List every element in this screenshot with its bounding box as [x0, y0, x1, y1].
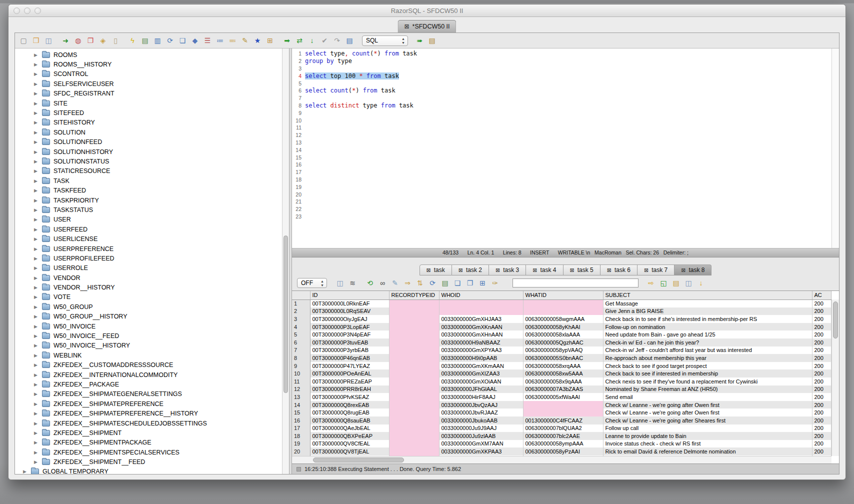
table-cell[interactable]: 00T3000000P3tuvEAB	[310, 338, 389, 346]
table-cell[interactable]: 006300000058x9qAAA	[523, 378, 603, 386]
table-cell[interactable]	[439, 300, 523, 308]
editor-line[interactable]: 15	[292, 154, 832, 161]
table-cell[interactable]	[389, 308, 439, 316]
table-row[interactable]: 900T3000000P47LYEAZ0033000000GmXKmAAN006…	[292, 362, 832, 370]
edit-options-icon[interactable]: ▤	[140, 36, 150, 45]
table-cell[interactable]: 00T3000000P3LopEAF	[310, 323, 389, 331]
table-row[interactable]: 1800T3000000QBXPeEAP0033000000Ju9zlAAB00…	[292, 432, 832, 440]
query-results-icon[interactable]: ▤	[428, 36, 436, 45]
table-cell[interactable]: Rick to email David & reference Delmonte…	[603, 448, 812, 456]
table-cell[interactable]: 0033000000GmXKnAAN	[439, 323, 523, 331]
execute-sql-icon[interactable]: ϟ	[128, 36, 137, 45]
document-tab[interactable]: ⊠ *SFDCW50 II	[398, 20, 456, 32]
table-row[interactable]: 200T3000000L0RqSEAVGive Jenn a BIG RAISE…	[292, 308, 832, 316]
save-table-icon[interactable]: ◫	[684, 278, 693, 288]
table-cell[interactable]: 006300000058xrqAAA	[523, 362, 603, 370]
undo-icon[interactable]: ↷	[332, 36, 342, 45]
table-cell[interactable]: 0033000000JFhGlAAL	[439, 386, 523, 394]
go-icon[interactable]: ➡	[282, 36, 292, 45]
wrap-lines-icon[interactable]: ≔	[216, 36, 224, 45]
table-cell[interactable]: 200	[812, 323, 832, 331]
table-cell[interactable]: 006300000058yKhAAI	[523, 323, 603, 331]
table-cell[interactable]: Check w/ Leanne - we're going after Owen…	[603, 401, 812, 409]
table-cell[interactable]: 200	[812, 338, 832, 346]
disclosure-triangle-icon[interactable]: ▶	[34, 178, 38, 184]
disclosure-triangle-icon[interactable]: ▶	[34, 52, 38, 58]
editor-line[interactable]: 1select type, count(*) from task	[292, 50, 832, 58]
history-icon[interactable]: ▤	[345, 36, 354, 45]
table-cell[interactable]: 00T3000000P47LYEAZ	[310, 362, 389, 370]
table-cell[interactable]	[389, 315, 439, 323]
table-cell[interactable]: 0033000000GmXHnAAN	[439, 330, 523, 338]
table-cell[interactable]: 00T3000000OiyJgEAJ	[310, 315, 389, 323]
database-browser[interactable]: ▶ROOMS▶ROOMS__HISTORY▶SCONTROL▶SELFSERVI…	[15, 48, 289, 474]
tree-item-zkfedex-shipmatepreference-history[interactable]: ▶ZKFEDEX__SHIPMATEPREFERENCE__HISTORY	[15, 408, 289, 418]
export-results-icon[interactable]: ◱	[659, 278, 668, 288]
column-header-whoid[interactable]: WHOID	[439, 291, 523, 300]
disclosure-triangle-icon[interactable]: ▶	[34, 411, 38, 416]
table-cell[interactable]: 00T3000000PfvKSEAZ	[310, 393, 389, 401]
tree-item-selfserviceuser[interactable]: ▶SELFSERVICEUSER	[15, 79, 289, 88]
tree-item-vendor[interactable]: ▶VENDOR	[15, 273, 289, 282]
filter-sort-icon[interactable]: ≋	[348, 278, 357, 288]
add-row-icon[interactable]: ⇒	[403, 278, 412, 288]
editor-line[interactable]: 17	[292, 168, 832, 176]
table-cell[interactable]: 006300000058yPzAAI	[523, 448, 603, 456]
disclosure-triangle-icon[interactable]: ▶	[34, 91, 38, 96]
tree-item-zkfedex-shipmatescheduledjobssettings[interactable]: ▶ZKFEDEX__SHIPMATESCHEDULEDJOBSSETTINGS	[15, 418, 289, 428]
table-row[interactable]: 1600T3000000Q8sauEAB0033000000JbukoAAB00…	[292, 416, 832, 424]
tree-item-w50-invoice[interactable]: ▶W50_INVOICE	[15, 322, 289, 331]
copy-table-icon[interactable]: ⊞	[478, 278, 487, 288]
disclosure-triangle-icon[interactable]: ▶	[34, 372, 38, 378]
tree-item-zkfedex-shipmentspecialservices[interactable]: ▶ZKFEDEX__SHIPMENTSPECIALSERVICES	[15, 448, 289, 457]
disclosure-triangle-icon[interactable]: ▶	[34, 324, 38, 329]
table-row[interactable]: 700T3000000P3yrbEAB0033000000GmXPYAA3006…	[292, 346, 832, 354]
table-cell[interactable]: 00T3000000Q8rugEAB	[310, 408, 389, 416]
table-cell[interactable]: 00630000007A3bZAAS	[523, 386, 603, 394]
disclosure-triangle-icon[interactable]: ▶	[34, 266, 38, 270]
editor-line[interactable]: 10	[292, 116, 832, 124]
result-tab-task-6[interactable]: ⊠task 6	[600, 264, 638, 276]
move-row-icon[interactable]: ⇅	[416, 278, 424, 288]
table-cell[interactable]: Check nexis to see if they've found a re…	[603, 378, 812, 386]
disclosure-triangle-icon[interactable]: ▶	[34, 62, 38, 67]
table-cell[interactable]: 0033000000Ju9zlAAB	[439, 432, 523, 440]
editor-line[interactable]: 20	[292, 190, 832, 198]
tab-close-icon[interactable]: ⊠	[404, 24, 409, 30]
tab-close-icon[interactable]: ⊠	[532, 268, 537, 273]
tree-item-vote[interactable]: ▶VOTE	[15, 292, 289, 302]
disclosure-triangle-icon[interactable]: ▶	[34, 130, 38, 135]
table-cell[interactable]	[389, 408, 439, 416]
table-cell[interactable]	[389, 448, 439, 456]
tree-item-userpreference[interactable]: ▶USERPREFERENCE	[15, 244, 289, 254]
table-cell[interactable]: 200	[812, 393, 832, 401]
validate-icon[interactable]: ✔	[320, 36, 329, 45]
table-cell[interactable]	[523, 408, 603, 416]
connect-icon[interactable]: ➜	[61, 36, 70, 45]
table-row[interactable]: 1900T3000000QV8CfEAL0033000000GmXM7AAN00…	[292, 440, 832, 448]
table-cell[interactable]: 0033000000GmXIZAA3	[439, 370, 523, 378]
disclosure-triangle-icon[interactable]: ▶	[34, 430, 38, 436]
tab-close-icon[interactable]: ⊠	[681, 268, 686, 273]
table-cell[interactable]: 0033000000GmXKmAAN	[439, 362, 523, 370]
table-cell[interactable]: 00630000005QgzhAAC	[523, 338, 603, 346]
disclosure-triangle-icon[interactable]: ▶	[34, 440, 38, 445]
disclosure-triangle-icon[interactable]: ▶	[34, 402, 38, 406]
table-cell[interactable]: 0033000000H9aNBAAZ	[439, 338, 523, 346]
editor-line[interactable]: 8select distinct type from task	[292, 102, 832, 110]
tree-item-w50-invoice-history[interactable]: ▶W50_INVOICE__HISTORY	[15, 341, 289, 350]
reload-table-icon[interactable]: ⟳	[428, 278, 437, 288]
table-cell[interactable]: 0033000000GmXOiAAN	[439, 378, 523, 386]
table-cell[interactable]: Check-in w/ Jeff - couldn't afford last …	[603, 346, 812, 354]
table-cell[interactable]	[389, 323, 439, 331]
tree-item-solutionhistory[interactable]: ▶SOLUTIONHISTORY	[15, 147, 289, 156]
tree-item-w50-group[interactable]: ▶W50_GROUP	[15, 302, 289, 312]
tree-item-userprofilefeed[interactable]: ▶USERPROFILEFEED	[15, 254, 289, 263]
table-cell[interactable]: Follow-up on nomination	[603, 323, 812, 331]
table-cell[interactable]: 00630000005S0bnAAC	[523, 354, 603, 362]
script-results-icon[interactable]: ▤	[672, 278, 680, 288]
table-cell[interactable]: Nominated by Shane Freeman at ANZ (HR50)	[603, 386, 812, 394]
tree-item-staticresource[interactable]: ▶STATICRESOURCE	[15, 166, 289, 176]
disclosure-triangle-icon[interactable]: ▶	[34, 110, 38, 116]
disclosure-triangle-icon[interactable]: ▶	[34, 140, 38, 144]
